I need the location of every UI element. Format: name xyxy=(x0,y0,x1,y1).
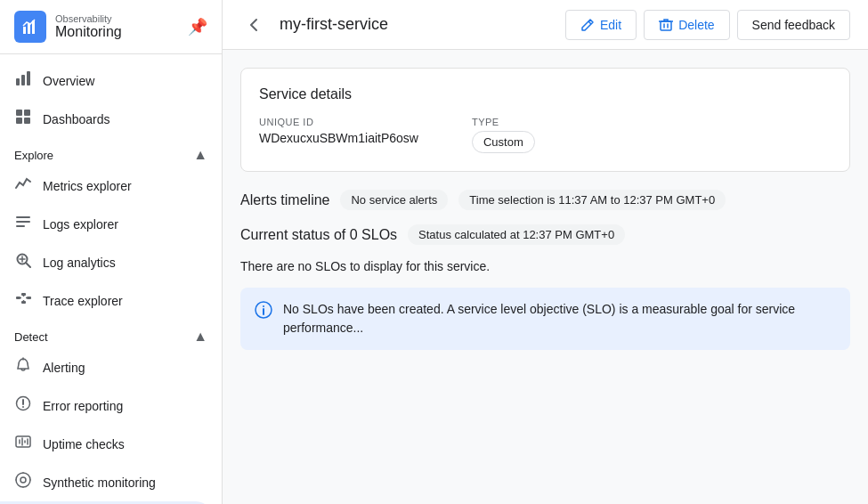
trace-explorer-label: Trace explorer xyxy=(43,294,123,308)
metrics-icon xyxy=(14,175,32,196)
info-banner-text: No SLOs have been created. A service lev… xyxy=(283,300,836,337)
dashboards-label: Dashboards xyxy=(43,112,110,126)
svg-point-34 xyxy=(20,477,26,483)
type-field: TYPE Custom xyxy=(472,117,535,153)
status-calculated-chip: Status calculated at 12:37 PM GMT+0 xyxy=(408,224,625,245)
explore-chevron: ▲ xyxy=(193,147,207,163)
info-banner: No SLOs have been created. A service lev… xyxy=(240,288,850,350)
current-status-label: Current status of 0 SLOs xyxy=(240,227,397,243)
error-reporting-label: Error reporting xyxy=(43,399,123,413)
back-button[interactable] xyxy=(240,11,269,39)
svg-rect-0 xyxy=(23,27,26,34)
sidebar-item-synthetic-monitoring[interactable]: Synthetic monitoring xyxy=(0,463,215,501)
svg-rect-5 xyxy=(27,71,30,85)
current-status-section: Current status of 0 SLOs Status calculat… xyxy=(240,224,850,350)
service-details-fields: UNIQUE ID WDexucxuSBWm1iaitP6osw TYPE Cu… xyxy=(259,117,831,153)
overview-label: Overview xyxy=(43,74,94,88)
svg-rect-20 xyxy=(27,297,31,299)
svg-line-36 xyxy=(588,21,591,24)
page-title: my-first-service xyxy=(280,15,555,34)
service-details-title: Service details xyxy=(259,86,831,102)
sidebar-item-alerting[interactable]: Alerting xyxy=(0,348,215,386)
unique-id-field: UNIQUE ID WDexucxuSBWm1iaitP6osw xyxy=(259,117,418,153)
pin-icon[interactable]: 📌 xyxy=(188,17,207,37)
sidebar-item-log-analytics[interactable]: Log analytics xyxy=(0,243,215,281)
svg-rect-19 xyxy=(21,301,26,304)
sidebar-item-metrics-explorer[interactable]: Metrics explorer xyxy=(0,167,215,205)
topbar-actions: Edit Delete Send feedback xyxy=(565,10,850,40)
unique-id-label: UNIQUE ID xyxy=(259,117,418,127)
brand-block: Observability Monitoring xyxy=(55,13,122,40)
type-badge: Custom xyxy=(472,131,535,153)
dashboards-icon xyxy=(14,109,32,129)
sidebar-logo xyxy=(14,11,46,43)
svg-rect-17 xyxy=(16,297,20,299)
svg-rect-9 xyxy=(24,118,30,124)
send-feedback-label: Send feedback xyxy=(752,18,835,32)
overview-icon xyxy=(14,70,32,91)
brand-subtitle: Observability xyxy=(55,13,122,24)
edit-label: Edit xyxy=(600,18,621,32)
sidebar-item-uptime-checks[interactable]: Uptime checks xyxy=(0,425,215,463)
svg-rect-7 xyxy=(24,110,30,116)
sidebar-item-logs-explorer[interactable]: Logs explorer xyxy=(0,205,215,243)
sidebar-item-trace-explorer[interactable]: Trace explorer xyxy=(0,281,215,320)
type-label: TYPE xyxy=(472,117,535,127)
unique-id-value: WDexucxuSBWm1iaitP6osw xyxy=(259,131,418,145)
no-slos-text: There are no SLOs to display for this se… xyxy=(240,259,850,273)
detect-section-header[interactable]: Detect ▲ xyxy=(0,320,222,348)
info-icon xyxy=(255,301,272,323)
no-alerts-chip: No service alerts xyxy=(340,190,448,210)
svg-rect-37 xyxy=(661,21,671,30)
svg-point-43 xyxy=(263,305,264,307)
uptime-checks-label: Uptime checks xyxy=(43,437,125,451)
sidebar: Observability Monitoring 📌 Overview xyxy=(0,0,223,504)
edit-button[interactable]: Edit xyxy=(565,10,637,40)
sidebar-item-overview[interactable]: Overview xyxy=(0,61,215,100)
delete-label: Delete xyxy=(678,18,714,32)
explore-label: Explore xyxy=(14,149,53,162)
alerting-icon xyxy=(14,357,32,378)
service-details-card: Service details UNIQUE ID WDexucxuSBWm1i… xyxy=(240,68,850,172)
svg-line-14 xyxy=(26,263,30,267)
time-selection-chip: Time selection is 11:37 AM to 12:37 PM G… xyxy=(458,190,726,210)
svg-rect-18 xyxy=(21,293,26,296)
sidebar-item-error-reporting[interactable]: Error reporting xyxy=(0,386,215,425)
synthetic-monitoring-label: Synthetic monitoring xyxy=(43,476,156,490)
svg-rect-3 xyxy=(16,78,20,85)
trace-icon xyxy=(14,290,32,311)
content-area: Service details UNIQUE ID WDexucxuSBWm1i… xyxy=(223,50,868,504)
svg-rect-1 xyxy=(28,23,30,34)
synthetic-monitoring-icon xyxy=(14,472,32,492)
alerts-timeline-section: Alerts timeline No service alerts Time s… xyxy=(240,190,850,210)
svg-rect-6 xyxy=(16,110,22,116)
sidebar-header: Observability Monitoring 📌 xyxy=(0,0,222,54)
log-analytics-icon xyxy=(14,252,32,272)
uptime-icon xyxy=(14,434,32,454)
sidebar-item-dashboards[interactable]: Dashboards xyxy=(0,100,215,138)
svg-rect-8 xyxy=(16,118,22,124)
log-analytics-label: Log analytics xyxy=(43,256,116,270)
topbar: my-first-service Edit Delete xyxy=(223,0,868,50)
alerts-timeline-label: Alerts timeline xyxy=(240,192,329,208)
brand-title: Monitoring xyxy=(55,24,122,40)
error-reporting-icon xyxy=(14,395,32,416)
logs-explorer-label: Logs explorer xyxy=(43,217,118,232)
sidebar-nav: Overview Dashboards Explore ▲ xyxy=(0,54,222,504)
explore-section-header[interactable]: Explore ▲ xyxy=(0,138,222,167)
alerting-label: Alerting xyxy=(43,361,85,375)
delete-button[interactable]: Delete xyxy=(644,10,729,40)
svg-rect-4 xyxy=(21,75,25,85)
detect-chevron: ▲ xyxy=(193,329,207,345)
svg-point-28 xyxy=(22,406,24,408)
main-content: my-first-service Edit Delete xyxy=(223,0,868,504)
logs-icon xyxy=(14,214,32,234)
current-status-row: Current status of 0 SLOs Status calculat… xyxy=(240,224,850,245)
send-feedback-button[interactable]: Send feedback xyxy=(737,10,850,40)
detect-label: Detect xyxy=(14,330,48,344)
metrics-explorer-label: Metrics explorer xyxy=(43,179,132,193)
alerts-timeline-row: Alerts timeline No service alerts Time s… xyxy=(240,190,850,210)
